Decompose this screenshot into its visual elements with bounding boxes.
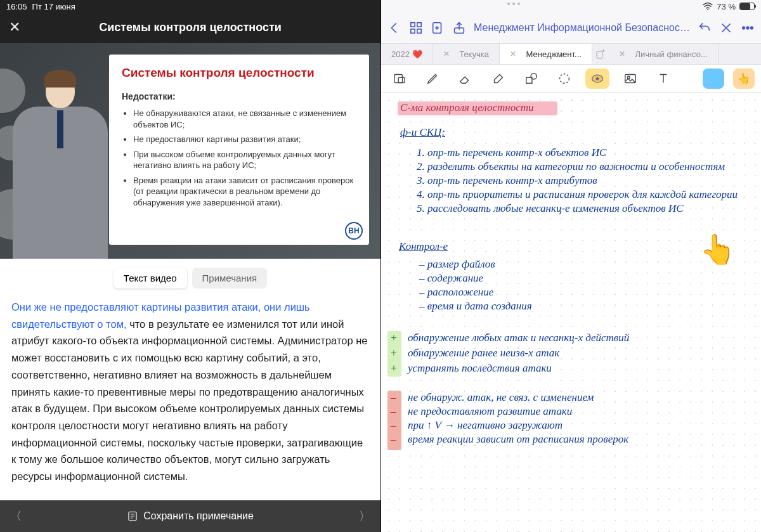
note-line: 3. опр-ть перечень контр-х атрибутов — [417, 175, 597, 186]
note-line: 4. опр-ть приоритеты и расписания провер… — [417, 189, 738, 200]
pen-tool-icon[interactable] — [420, 68, 445, 89]
save-note-label: Сохранить примечание — [143, 510, 254, 522]
slide-bullet: Время реакции на атаки зависит от распис… — [133, 175, 356, 209]
note-line: 2. разделить объекты на категории по важ… — [417, 161, 725, 172]
note-line: – размер файлов — [419, 259, 495, 269]
notes-toolbar-top: Менеджмент Информационной Безопасности — [381, 0, 761, 43]
eraser-tool-icon[interactable] — [453, 68, 478, 89]
svg-rect-7 — [411, 29, 415, 33]
favorites-tool-icon[interactable] — [585, 68, 609, 89]
lecturer-figure — [13, 56, 108, 259]
slide-bullet: При высоком объеме контролируемых данных… — [133, 149, 356, 171]
shape-tool-icon[interactable] — [519, 68, 543, 89]
note-line: не предоставляют развитие атаки — [408, 406, 572, 417]
note-line: 1. опр-ть перечень контр-х объектов ИС — [417, 147, 606, 158]
slide-bullet: Не предоставляют картины развития атаки; — [133, 134, 356, 145]
svg-point-23 — [560, 74, 569, 83]
university-logo: ВН — [345, 222, 363, 240]
note-line: время реакции зависит от расписания пров… — [408, 434, 628, 444]
note-line: устранять последствия атаки — [408, 363, 552, 373]
svg-rect-8 — [417, 29, 421, 33]
document-tabs: 2022 ❤️ ✕ Текучка ✕ Менеджмент... ✕ Личн… — [381, 43, 761, 65]
minus-sym: – — [391, 434, 396, 444]
add-page-icon[interactable] — [431, 21, 445, 35]
note-line: не обнаруж. атак, не связ. с изменением — [408, 392, 594, 403]
transcript-body: что в результате ее изменился тот или ин… — [11, 318, 368, 482]
minus-sym: – — [391, 420, 396, 431]
bottom-toolbar: 〈 Сохранить примечание 〉 — [0, 500, 380, 532]
close-icon[interactable] — [719, 21, 733, 35]
svg-rect-6 — [417, 23, 421, 27]
doc-tab[interactable]: ✕ Текучка — [433, 44, 500, 64]
prev-button[interactable]: 〈 — [0, 509, 32, 524]
doc-tab[interactable]: ✕ Личный финансо... — [609, 44, 719, 64]
course-title: Системы контроля целостности — [99, 21, 282, 34]
color-swatch[interactable] — [703, 68, 724, 89]
tab-transcript[interactable]: Текст видео — [114, 268, 187, 289]
svg-point-15 — [751, 27, 753, 29]
notes-app: Менеджмент Информационной Безопасности 2… — [380, 0, 761, 532]
note-icon — [127, 510, 138, 522]
image-tool-icon[interactable] — [618, 68, 642, 89]
lecture-slide: Системы контроля целостности Недостатки:… — [109, 55, 369, 245]
close-icon[interactable]: ✕ — [9, 19, 20, 36]
svg-rect-16 — [597, 51, 602, 58]
tab-notes[interactable]: Примечания — [192, 268, 268, 289]
text-tool-icon[interactable] — [651, 68, 675, 89]
note-line: при ↑ V → негативно загружают — [408, 420, 563, 431]
new-tab-icon[interactable] — [595, 49, 606, 60]
note-line: 5. расследовать любые несанкц-е изменени… — [417, 203, 684, 214]
course-header: ✕ Системы контроля целостности — [0, 0, 380, 43]
svg-point-14 — [746, 27, 749, 29]
note-line: – содержание — [419, 273, 483, 283]
note-sub: ф-и СКЦ: — [400, 127, 445, 138]
transcript-text[interactable]: Они же не предоставляют картины развития… — [0, 295, 380, 500]
svg-point-22 — [531, 73, 537, 79]
doc-tab-label: Личный финансо... — [635, 49, 708, 59]
lasso-tool-icon[interactable] — [552, 68, 576, 89]
note-title: С-ма контроля целостности — [400, 102, 534, 113]
thumbnails-icon[interactable] — [409, 21, 423, 35]
back-icon[interactable] — [387, 21, 401, 35]
lecture-video[interactable]: Системы контроля целостности Недостатки:… — [0, 43, 380, 259]
minus-sym: – — [391, 392, 396, 403]
course-app: ✕ Системы контроля целостности Системы к… — [0, 0, 380, 532]
tab-close-icon[interactable]: ✕ — [619, 49, 625, 58]
minus-sym: – — [391, 406, 396, 417]
zoom-tool-icon[interactable] — [387, 68, 412, 89]
plus-sym: + — [390, 363, 397, 373]
doc-tab[interactable]: ✕ Менеджмент... — [500, 44, 592, 64]
plus-sym: + — [390, 347, 397, 358]
plus-sym: + — [390, 332, 397, 343]
content-tabs: Текст видео Примечания — [0, 259, 380, 295]
doc-tab-label: 2022 ❤️ — [391, 49, 422, 59]
note-canvas[interactable]: С-ма контроля целостности ф-и СКЦ: 1. оп… — [381, 93, 761, 532]
slide-bullet: Не обнаруживаются атаки, не связанные с … — [133, 108, 356, 130]
note-line: – расположение — [419, 287, 493, 297]
doc-tab-label: Текучка — [459, 49, 489, 59]
document-title[interactable]: Менеджмент Информационной Безопасности — [474, 22, 690, 34]
save-note-button[interactable]: Сохранить примечание — [38, 510, 342, 522]
more-icon[interactable] — [741, 21, 755, 35]
slide-heading: Системы контроля целостности — [122, 66, 356, 80]
pointer-sticker: 👆 — [699, 232, 736, 266]
pointer-preset[interactable]: 👆 — [733, 68, 755, 89]
svg-point-13 — [743, 27, 745, 29]
tab-close-icon[interactable]: ✕ — [510, 49, 516, 58]
undo-icon[interactable] — [698, 21, 712, 35]
doc-tab-label: Менеджмент... — [526, 49, 582, 59]
slide-subheading: Недостатки: — [122, 91, 356, 101]
svg-rect-5 — [411, 23, 415, 27]
note-line: обнаружение ранее неизв-х атак — [408, 347, 559, 358]
svg-rect-20 — [398, 77, 405, 82]
note-line: Контрол-е — [399, 241, 448, 252]
tab-close-icon[interactable]: ✕ — [443, 49, 450, 58]
doc-tab[interactable]: 2022 ❤️ — [381, 44, 433, 64]
highlighter-tool-icon[interactable] — [486, 68, 511, 89]
note-line: – время и дата создания — [419, 301, 532, 311]
note-line: обнаружение любых атак и несанкц-х дейст… — [408, 332, 629, 343]
share-icon[interactable] — [452, 21, 466, 35]
drawing-toolbar: 👆 — [381, 65, 761, 93]
next-button[interactable]: 〉 — [349, 509, 380, 524]
